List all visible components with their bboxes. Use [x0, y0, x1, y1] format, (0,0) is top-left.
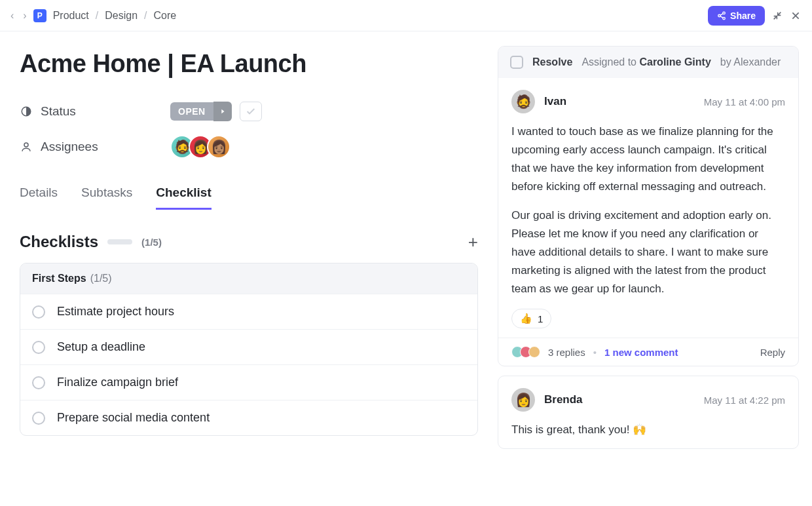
checklists-title: Checklists: [20, 233, 98, 251]
mark-complete-button[interactable]: [240, 102, 262, 121]
comment-time: May 11 at 4:00 pm: [704, 96, 785, 107]
status-label: Status: [41, 104, 76, 119]
nav-forward-icon[interactable]: ›: [23, 10, 26, 21]
svg-point-0: [723, 12, 726, 14]
thread-header: Resolve Assigned to Caroline Ginty by Al…: [498, 47, 798, 78]
tab-checklist[interactable]: Checklist: [156, 185, 211, 210]
nav-back-icon[interactable]: ‹: [10, 10, 14, 21]
comments-panel: Resolve Assigned to Caroline Ginty by Al…: [498, 31, 812, 506]
checklist-item[interactable]: Setup a deadline: [20, 329, 477, 364]
add-checklist-icon[interactable]: +: [468, 233, 478, 250]
breadcrumb-sep-icon: /: [144, 10, 147, 22]
breadcrumb-item-core[interactable]: Core: [154, 10, 177, 22]
comment-author: Ivan: [544, 95, 566, 108]
person-icon: [20, 140, 33, 153]
avatar[interactable]: 🧔: [511, 90, 535, 113]
reply-button[interactable]: Reply: [760, 347, 785, 358]
comment: 🧔 Ivan May 11 at 4:00 pm I wanted to tou…: [498, 78, 798, 338]
checklist-card: First Steps (1/5) Estimate project hours…: [20, 263, 478, 436]
assignee-avatars[interactable]: 🧔 👩 👩🏽: [170, 135, 231, 159]
checklists-header: Checklists (1/5) +: [20, 233, 478, 251]
close-icon[interactable]: [790, 10, 802, 22]
assignees-row: Assignees 🧔 👩 👩🏽: [20, 132, 478, 162]
checklists-count: (1/5): [141, 237, 162, 248]
radio-icon[interactable]: [32, 305, 45, 319]
progress-bar: [107, 239, 132, 244]
nav-arrows: ‹ ›: [10, 10, 27, 21]
radio-icon[interactable]: [32, 341, 45, 354]
breadcrumb-sep-icon: /: [96, 10, 98, 22]
share-button[interactable]: Share: [708, 6, 765, 26]
tabs: Details Subtasks Checklist: [20, 185, 478, 210]
collapse-icon[interactable]: [771, 10, 783, 22]
status-pill[interactable]: OPEN: [170, 102, 232, 121]
tab-details[interactable]: Details: [20, 185, 58, 210]
task-main: Acme Home | EA Launch Status OPEN: [0, 31, 498, 506]
status-value: OPEN: [170, 102, 213, 121]
breadcrumb-item-design[interactable]: Design: [105, 10, 138, 22]
resolve-label[interactable]: Resolve: [532, 56, 572, 68]
checklist-item-label: Estimate project hours: [57, 305, 174, 319]
replies-count[interactable]: 3 replies: [548, 347, 585, 358]
assigned-name: Caroline Ginty: [639, 56, 710, 68]
thread-footer: 3 replies • 1 new comment Reply: [498, 338, 798, 366]
share-label: Share: [730, 10, 756, 21]
workspace-badge[interactable]: P: [33, 9, 46, 22]
avatar: [528, 346, 540, 358]
assigned-to-text: Assigned to Caroline Ginty: [581, 56, 710, 68]
checklist-item-label: Prepare social media content: [57, 411, 210, 425]
reply-avatars: [511, 346, 540, 358]
resolve-checkbox[interactable]: [510, 56, 523, 69]
new-comment-link[interactable]: 1 new comment: [604, 347, 678, 358]
comment-body: This is great, thank you! 🙌: [511, 421, 785, 439]
share-icon: [717, 11, 726, 20]
checklist-item[interactable]: Finalize campaign brief: [20, 364, 477, 400]
status-next-icon[interactable]: [213, 102, 232, 121]
breadcrumb-item-product[interactable]: Product: [53, 10, 89, 22]
comment: 👩 Brenda May 11 at 4:22 pm This is great…: [498, 376, 799, 449]
assignees-label: Assignees: [41, 140, 98, 154]
svg-point-2: [723, 17, 726, 20]
svg-point-1: [718, 14, 721, 17]
comment-time: May 11 at 4:22 pm: [704, 395, 785, 406]
checklist-name: First Steps: [32, 273, 86, 284]
status-row: Status OPEN: [20, 96, 478, 126]
reaction-count: 1: [538, 313, 543, 324]
avatar[interactable]: 👩: [511, 388, 535, 412]
checklist-item[interactable]: Estimate project hours: [20, 294, 477, 329]
comment-body: I wanted to touch base as we finalize pl…: [511, 123, 785, 298]
radio-icon[interactable]: [32, 376, 45, 389]
tab-subtasks[interactable]: Subtasks: [81, 185, 132, 210]
page-title: Acme Home | EA Launch: [20, 50, 478, 78]
comment-author: Brenda: [544, 393, 583, 406]
checklist-count: (1/5): [90, 273, 112, 284]
separator-icon: •: [593, 347, 597, 358]
status-icon: [20, 105, 33, 118]
reaction-button[interactable]: 👍 1: [511, 309, 551, 328]
svg-point-4: [24, 143, 28, 147]
top-bar: ‹ › P Product / Design / Core Share: [0, 0, 812, 31]
checklist-item[interactable]: Prepare social media content: [20, 400, 477, 435]
breadcrumb: P Product / Design / Core: [33, 9, 177, 22]
checklist-item-label: Finalize campaign brief: [57, 376, 178, 389]
assigned-by-text: by Alexander: [720, 56, 781, 68]
radio-icon[interactable]: [32, 412, 45, 425]
avatar[interactable]: 👩🏽: [207, 135, 231, 159]
checklist-card-header[interactable]: First Steps (1/5): [20, 263, 477, 294]
comment-thread: Resolve Assigned to Caroline Ginty by Al…: [498, 46, 799, 366]
checklist-item-label: Setup a deadline: [57, 340, 145, 354]
thumbs-up-icon: 👍: [520, 313, 532, 324]
